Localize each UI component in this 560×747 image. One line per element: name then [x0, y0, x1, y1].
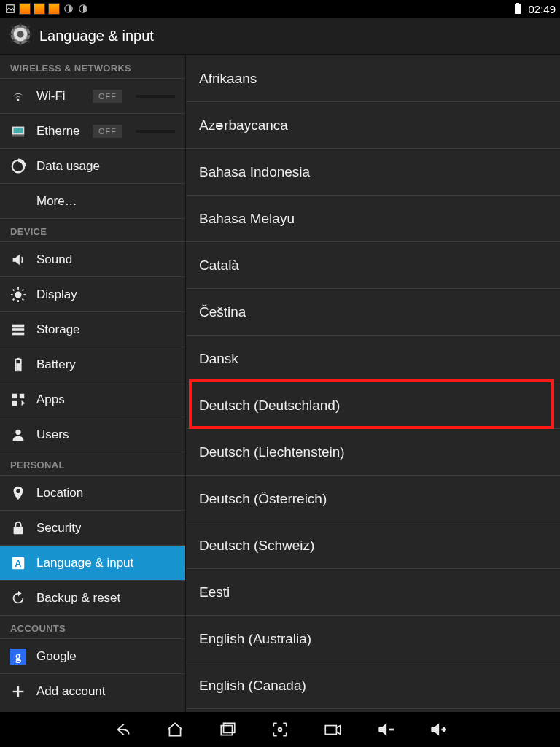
sidebar-item-users[interactable]: Users	[0, 417, 185, 452]
sidebar-item-data-usage[interactable]: Data usage	[0, 149, 185, 184]
backup-icon	[10, 590, 26, 606]
camera-button[interactable]	[321, 718, 344, 741]
language-option[interactable]: Deutsch (Österreich)	[186, 476, 560, 522]
data-usage-icon	[10, 158, 26, 174]
picture-notification-icon	[4, 3, 16, 15]
svg-rect-17	[14, 128, 23, 133]
svg-text:A: A	[15, 557, 21, 568]
settings-sidebar: WIRELESS & NETWORKS Wi-Fi OFF Etherne OF…	[0, 55, 186, 712]
users-icon	[10, 427, 26, 443]
svg-rect-7	[20, 42, 22, 46]
sidebar-item-label: Apps	[36, 392, 65, 407]
toggle-track	[136, 130, 175, 133]
language-option[interactable]: Dansk	[186, 336, 560, 382]
sidebar-item-label: Security	[36, 521, 81, 535]
sidebar-item-label: Storage	[36, 322, 80, 337]
svg-rect-47	[325, 726, 336, 735]
svg-line-26	[23, 298, 24, 300]
svg-point-46	[279, 728, 281, 731]
page-title: Language & input	[39, 28, 154, 44]
svg-rect-6	[20, 23, 22, 26]
sidebar-item-apps[interactable]: Apps	[0, 382, 185, 417]
status-bar: 02:49	[0, 0, 560, 18]
section-wireless: WIRELESS & NETWORKS	[0, 55, 185, 79]
section-device: DEVICE	[0, 219, 185, 242]
svg-rect-8	[9, 34, 12, 36]
svg-rect-9	[28, 34, 32, 36]
volume-down-button[interactable]	[373, 718, 397, 741]
home-button[interactable]	[163, 718, 187, 741]
language-option[interactable]: Čeština	[186, 289, 560, 336]
ethernet-toggle[interactable]: OFF	[93, 125, 122, 138]
recent-apps-button[interactable]	[216, 718, 239, 741]
sync-notification-icon	[63, 3, 74, 15]
sidebar-item-location[interactable]: Location	[0, 476, 185, 511]
location-icon	[10, 485, 26, 501]
storage-icon	[10, 322, 26, 338]
svg-rect-44	[221, 726, 232, 735]
section-accounts: ACCOUNTS	[0, 616, 185, 639]
battery-icon	[10, 357, 26, 373]
sidebar-item-security[interactable]: Security	[0, 511, 185, 546]
svg-rect-33	[17, 357, 20, 359]
language-option[interactable]: Bahasa Melayu	[186, 196, 560, 242]
back-button[interactable]	[111, 718, 134, 741]
sidebar-item-label: Data usage	[36, 159, 100, 174]
screenshot-button[interactable]	[268, 718, 292, 741]
svg-rect-4	[516, 3, 519, 4]
sidebar-item-google[interactable]: g Google	[0, 639, 185, 674]
svg-line-27	[13, 298, 15, 300]
language-option[interactable]: Català	[186, 242, 560, 289]
svg-rect-36	[20, 393, 24, 398]
app-notification-icon	[19, 3, 31, 15]
language-option[interactable]: English (Canada)	[186, 662, 560, 709]
sidebar-item-label: Backup & reset	[36, 591, 120, 605]
svg-rect-31	[12, 332, 25, 335]
svg-rect-34	[16, 363, 20, 370]
language-option[interactable]: Eesti	[186, 569, 560, 616]
svg-point-20	[15, 291, 21, 298]
language-option[interactable]: Deutsch (Deutschland)	[186, 382, 560, 429]
wifi-icon	[10, 88, 26, 104]
clock-text: 02:49	[528, 3, 556, 15]
app-notification-icon	[48, 3, 60, 15]
svg-line-28	[23, 289, 24, 290]
sidebar-item-label: More…	[36, 194, 77, 209]
sidebar-item-more[interactable]: More…	[0, 184, 185, 219]
sidebar-item-add-account[interactable]: Add account	[0, 674, 185, 709]
sidebar-item-label: Add account	[36, 684, 106, 699]
sidebar-item-label: Wi-Fi	[36, 89, 66, 104]
sync-notification-icon	[77, 3, 89, 15]
volume-up-button[interactable]	[426, 718, 449, 741]
sidebar-item-battery[interactable]: Battery	[0, 347, 185, 382]
wifi-toggle[interactable]: OFF	[93, 90, 122, 103]
language-option[interactable]: Azərbaycanca	[186, 102, 560, 149]
sidebar-item-backup-reset[interactable]: Backup & reset	[0, 581, 185, 616]
language-option[interactable]: Afrikaans	[186, 55, 560, 102]
svg-point-15	[17, 31, 23, 37]
svg-point-38	[15, 429, 20, 434]
sidebar-item-label: Location	[36, 486, 83, 500]
sidebar-item-sound[interactable]: Sound	[0, 242, 185, 277]
sidebar-item-display[interactable]: Display	[0, 277, 185, 312]
language-option[interactable]: Deutsch (Schweiz)	[186, 522, 560, 569]
plus-icon	[10, 684, 26, 700]
toggle-track	[136, 95, 175, 98]
language-icon: A	[10, 555, 26, 571]
sidebar-item-storage[interactable]: Storage	[0, 312, 185, 347]
battery-icon	[512, 3, 524, 15]
ethernet-icon	[10, 123, 26, 139]
svg-rect-35	[12, 393, 17, 398]
sidebar-item-label: Display	[36, 287, 77, 302]
language-option[interactable]: Bahasa Indonesia	[186, 149, 560, 196]
sidebar-item-language-input[interactable]: A Language & input	[0, 546, 185, 581]
app-notification-icon	[34, 3, 45, 15]
language-option[interactable]: Deutsch (Liechtenstein)	[186, 429, 560, 476]
section-personal: PERSONAL	[0, 452, 185, 476]
sidebar-item-label: Users	[36, 427, 69, 442]
sidebar-item-wifi[interactable]: Wi-Fi OFF	[0, 79, 185, 114]
lock-icon	[10, 520, 26, 536]
sidebar-item-ethernet[interactable]: Etherne OFF	[0, 114, 185, 149]
language-option[interactable]: English (Australia)	[186, 616, 560, 662]
svg-rect-29	[12, 324, 25, 327]
